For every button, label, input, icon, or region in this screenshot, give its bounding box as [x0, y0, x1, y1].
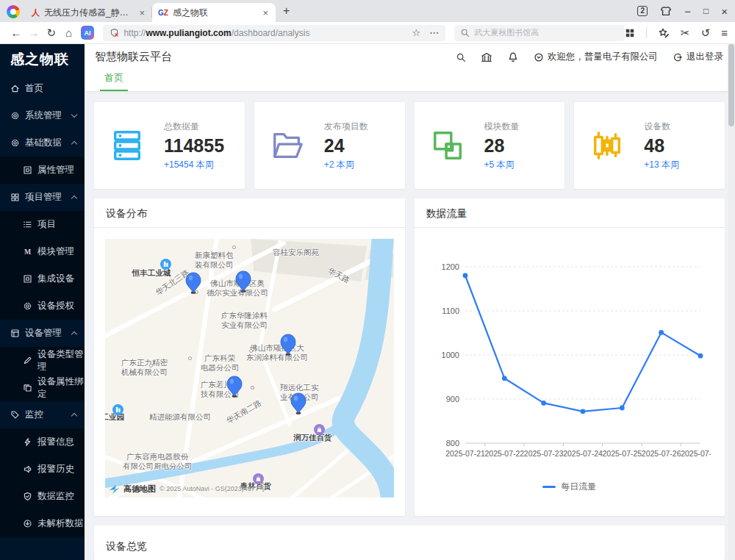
sidebar-item-label: 首页: [25, 82, 43, 95]
sidebar-item-1[interactable]: 首页: [0, 75, 85, 102]
traffic-line-chart[interactable]: 8009001000110012002025-07-212025-07-2220…: [429, 248, 711, 469]
browser-tab-2-active[interactable]: GZ 感之物联 ×: [152, 3, 276, 22]
tab-count-badge[interactable]: 2: [637, 6, 648, 16]
map-label: 精进能源有限公司: [149, 412, 211, 422]
legend-line-icon: [542, 486, 556, 488]
sidebar-item-15[interactable]: 报警历史: [0, 456, 85, 483]
map-label: 广东正力精密 机械有限公司: [121, 358, 168, 376]
stat-card-3: 模块数量28+5 本周: [415, 102, 565, 189]
route-tab-bar: 首页: [85, 70, 735, 92]
favorites-star-icon[interactable]: [658, 27, 670, 39]
sidebar-item-16[interactable]: 数据监控: [0, 483, 85, 510]
minimize-button[interactable]: −: [684, 5, 691, 18]
map-device-pin-icon[interactable]: [280, 334, 296, 356]
menu-icon[interactable]: ≡: [721, 26, 728, 39]
screenshot-scissors-icon[interactable]: ✂: [681, 26, 690, 40]
forward-icon[interactable]: →: [25, 26, 43, 39]
sidebar-item-5[interactable]: 项目管理: [0, 184, 85, 211]
dashboard-content: 总数据量114855+15454 本周发布项目数24+2 本周模块数量28+5 …: [85, 92, 735, 560]
stat-delta: +13 本周: [644, 159, 679, 171]
tab-home-active[interactable]: 首页: [100, 71, 128, 91]
user-dropdown-icon: [534, 52, 544, 62]
sidebar-item-12[interactable]: 设备属性绑定: [0, 374, 85, 401]
shield-x-icon[interactable]: [110, 28, 119, 37]
chevron-up-icon: [71, 413, 77, 419]
toolbar-divider: [646, 27, 647, 38]
map-label: 广东容声电器股份 有限公司厨电分公司: [123, 452, 193, 470]
map-label: 容桂安乐阁苑: [273, 248, 319, 257]
tab1-close-icon[interactable]: ×: [137, 7, 146, 18]
sidebar-item-label: 未解析数据: [37, 517, 84, 530]
map-poi-dot: [223, 315, 226, 318]
browser-tab-1[interactable]: 人 无线压力传感器_静力水准仪_ ×: [26, 3, 152, 22]
shield-check-icon: [23, 492, 32, 501]
stat-delta: +2 本周: [324, 159, 368, 171]
device-overview-panel: 设备总览: [94, 525, 725, 560]
map-poi-dot: [251, 386, 254, 390]
browser-logo-icon[interactable]: [7, 5, 20, 18]
sidebar-item-11[interactable]: 设备类型管理: [0, 347, 85, 374]
gear-icon: [23, 301, 32, 311]
ai-assistant-button[interactable]: AI: [81, 26, 95, 40]
device-map[interactable]: 新康塑料包 装有限公司容桂安乐阁苑恒丰工业城华天北三路佛山市顺德区奥 德尔实业有…: [105, 239, 394, 498]
map-device-pin-icon[interactable]: [226, 376, 243, 398]
bookmark-star-icon[interactable]: ☆: [412, 27, 421, 38]
address-bar[interactable]: http://www.puliangiot.com/dashboard/anal…: [103, 25, 445, 41]
user-welcome[interactable]: 欢迎您，普量电子有限公司: [534, 51, 658, 63]
sidebar-item-label: 项目: [37, 218, 56, 231]
search-box[interactable]: 武大夏秋图书馆高: [454, 25, 625, 41]
new-tab-button[interactable]: +: [283, 4, 290, 18]
map-poi-dot: [232, 245, 236, 249]
tag-icon: [10, 410, 20, 420]
theme-shirt-icon[interactable]: [660, 5, 672, 17]
logout-button[interactable]: 退出登录: [673, 51, 723, 63]
map-device-pin-icon[interactable]: [235, 270, 251, 292]
sidebar-item-10[interactable]: 设备管理: [0, 320, 85, 347]
search-icon: [460, 28, 470, 37]
scrollbar-thumb[interactable]: [728, 44, 734, 126]
sidebar-item-13[interactable]: 监控: [0, 401, 85, 428]
sidebar-item-7[interactable]: M模块管理: [0, 238, 85, 265]
modules-icon: [431, 129, 465, 162]
svg-text:2025-07-27: 2025-07-27: [681, 449, 711, 458]
sidebar-item-label: 设备授权: [37, 300, 74, 312]
svg-text:M: M: [24, 248, 31, 256]
sidebar-item-14[interactable]: 报警信息: [0, 428, 85, 456]
chart-legend[interactable]: 每日流量: [542, 481, 596, 493]
svg-text:800: 800: [445, 439, 459, 448]
app-logo[interactable]: 感之物联: [0, 44, 85, 75]
refresh-icon[interactable]: ↻: [43, 26, 60, 40]
undo-icon[interactable]: ↺: [701, 26, 711, 40]
svg-text:2025-07-25: 2025-07-25: [602, 449, 642, 458]
map-label: 广东科荣 电器分公司: [201, 353, 240, 372]
copy-icon: [23, 383, 32, 392]
sidebar-item-4[interactable]: 属性管理: [0, 157, 85, 184]
legend-label: 每日流量: [561, 481, 596, 493]
close-button[interactable]: ×: [721, 5, 728, 18]
map-device-pin-icon[interactable]: [185, 272, 201, 294]
apps-grid-icon[interactable]: [625, 28, 635, 38]
sidebar-item-2[interactable]: 系统管理: [0, 102, 85, 129]
sidebar-item-3[interactable]: 基础数据: [0, 129, 85, 157]
tab1-title: 无线压力传感器_静力水准仪_: [44, 7, 133, 19]
sidebar-item-6[interactable]: 项目: [0, 211, 85, 238]
back-icon[interactable]: ←: [7, 26, 25, 39]
stat-cards-row: 总数据量114855+15454 本周发布项目数24+2 本周模块数量28+5 …: [94, 102, 725, 189]
org-bank-icon[interactable]: [481, 51, 492, 63]
page-scrollbar[interactable]: [728, 44, 735, 560]
tab2-close-icon[interactable]: ×: [261, 7, 270, 18]
more-dots-icon[interactable]: ⋯: [429, 27, 439, 38]
home-icon[interactable]: ⌂: [60, 26, 78, 39]
device-distribution-panel: 设备分布: [94, 198, 405, 516]
search-placeholder: 武大夏秋图书馆高: [474, 27, 539, 38]
page-title: 智慧物联云平台: [95, 50, 172, 64]
sidebar-item-17[interactable]: 未解析数据: [0, 510, 85, 537]
sidebar-item-9[interactable]: 设备授权: [0, 292, 85, 320]
sidebar-item-8[interactable]: 集成设备: [0, 265, 85, 292]
header-search-icon[interactable]: [456, 52, 466, 62]
maximize-button[interactable]: □: [703, 6, 709, 16]
notification-bell-icon[interactable]: [507, 51, 519, 63]
map-device-pin-icon[interactable]: [290, 392, 306, 414]
stat-value: 114855: [164, 135, 224, 157]
map-shop-icon: [314, 424, 325, 435]
